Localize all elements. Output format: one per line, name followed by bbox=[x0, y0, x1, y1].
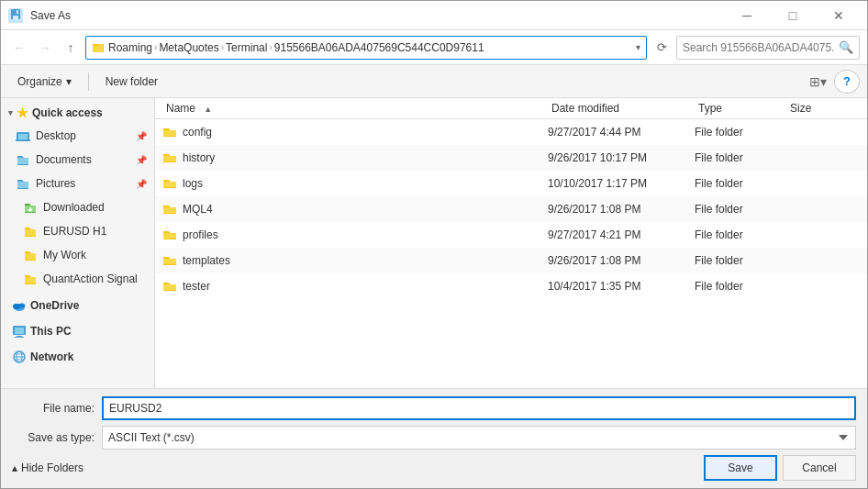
file-name-text: history bbox=[183, 151, 215, 164]
forward-button[interactable]: → bbox=[34, 37, 56, 59]
breadcrumb: Roaming › MetaQuotes › Terminal › 915566… bbox=[108, 41, 632, 54]
sidebar-network-label: Network bbox=[30, 350, 73, 363]
sort-arrow-icon: ▲ bbox=[204, 105, 212, 114]
breadcrumb-item-terminal[interactable]: Terminal bbox=[226, 41, 267, 54]
sidebar-mywork-label: My Work bbox=[43, 249, 86, 261]
close-button[interactable]: ✕ bbox=[818, 2, 860, 29]
file-date: 9/26/2017 1:08 PM bbox=[548, 254, 695, 267]
sidebar-header-quick-access[interactable]: ▾ ★ Quick access bbox=[1, 102, 154, 124]
help-icon: ? bbox=[843, 74, 851, 88]
pics-pin-icon: 📌 bbox=[136, 179, 147, 189]
up-button[interactable]: ↑ bbox=[60, 37, 82, 59]
col-name-label: Name bbox=[162, 100, 199, 117]
folder-address-icon bbox=[92, 41, 105, 54]
file-type: File folder bbox=[695, 228, 786, 241]
file-type: File folder bbox=[695, 280, 786, 293]
col-name-header[interactable]: Name ▲ bbox=[162, 102, 548, 115]
sidebar-quantaction-label: QuantAction Signal bbox=[43, 272, 138, 285]
help-button[interactable]: ? bbox=[834, 70, 860, 94]
file-date: 10/4/2017 1:35 PM bbox=[548, 280, 695, 293]
content-area: ▾ ★ Quick access Desktop 📌 bbox=[1, 98, 867, 388]
file-name-text: config bbox=[183, 126, 212, 139]
refresh-button[interactable]: ⟳ bbox=[651, 37, 673, 59]
folder-icon bbox=[162, 176, 177, 191]
file-date: 9/27/2017 4:21 PM bbox=[548, 228, 695, 241]
table-row[interactable]: MQL4 9/26/2017 1:08 PM File folder bbox=[155, 196, 867, 222]
file-name-cell: history bbox=[162, 150, 548, 165]
sidebar-item-pictures[interactable]: Pictures 📌 bbox=[1, 172, 154, 195]
sidebar-thispc[interactable]: This PC bbox=[1, 320, 154, 342]
table-row[interactable]: profiles 9/27/2017 4:21 PM File folder bbox=[155, 222, 867, 248]
eurusd-folder-icon bbox=[23, 224, 38, 239]
svg-rect-3 bbox=[17, 10, 18, 14]
col-date-header[interactable]: Date modified bbox=[548, 102, 695, 115]
sidebar-item-desktop[interactable]: Desktop 📌 bbox=[1, 124, 154, 148]
sidebar-thispc-label: This PC bbox=[30, 325, 72, 338]
docs-pin-icon: 📌 bbox=[136, 155, 147, 165]
svg-rect-8 bbox=[16, 139, 30, 141]
file-name-cell: logs bbox=[162, 176, 548, 191]
view-button[interactable]: ⊞ ▾ bbox=[805, 70, 830, 94]
file-name-cell: MQL4 bbox=[162, 202, 548, 217]
minimize-button[interactable]: ─ bbox=[726, 2, 768, 29]
table-row[interactable]: logs 10/10/2017 1:17 PM File folder bbox=[155, 171, 867, 196]
hide-folders-chevron: ▴ bbox=[12, 461, 17, 474]
svg-point-11 bbox=[19, 304, 26, 308]
organize-button[interactable]: Organize ▾ bbox=[8, 70, 81, 94]
sidebar-item-documents[interactable]: Documents 📌 bbox=[1, 148, 154, 172]
window-title: Save As bbox=[30, 9, 71, 22]
quick-access-chevron: ▾ bbox=[8, 108, 13, 117]
table-row[interactable]: history 9/26/2017 10:17 PM File folder bbox=[155, 145, 867, 171]
col-size-header[interactable]: Size bbox=[786, 102, 860, 115]
file-name-text: MQL4 bbox=[183, 203, 213, 216]
sidebar-item-quantaction[interactable]: QuantAction Signal bbox=[1, 267, 154, 291]
cancel-button[interactable]: Cancel bbox=[783, 455, 856, 481]
folder-icon bbox=[162, 228, 177, 242]
sidebar-downloaded-label: Downloaded bbox=[43, 201, 105, 214]
file-name-cell: config bbox=[162, 125, 548, 139]
sidebar-network[interactable]: Network bbox=[1, 346, 154, 368]
file-name-cell: profiles bbox=[162, 228, 548, 242]
desktop-folder-icon bbox=[16, 128, 30, 143]
maximize-button[interactable]: □ bbox=[772, 2, 814, 29]
save-as-dialog: Save As ─ □ ✕ ← → ↑ Roaming › MetaQuotes… bbox=[0, 0, 868, 489]
table-row[interactable]: tester 10/4/2017 1:35 PM File folder bbox=[155, 273, 867, 299]
svg-rect-2 bbox=[13, 16, 18, 19]
sidebar-onedrive[interactable]: OneDrive bbox=[1, 295, 154, 317]
filename-input[interactable] bbox=[102, 396, 856, 420]
hide-folders-button[interactable]: ▴ Hide Folders bbox=[12, 461, 83, 474]
table-row[interactable]: config 9/27/2017 4:44 PM File folder bbox=[155, 119, 867, 145]
toolbar: Organize ▾ New folder ⊞ ▾ ? bbox=[1, 65, 867, 98]
title-bar-left: Save As bbox=[8, 8, 71, 23]
breadcrumb-item-id[interactable]: 915566BA06ADA407569C544CC0D97611 bbox=[274, 41, 484, 54]
folder-icon bbox=[162, 279, 177, 294]
address-bar[interactable]: Roaming › MetaQuotes › Terminal › 915566… bbox=[85, 36, 647, 60]
sidebar-item-eurusd[interactable]: EURUSD H1 bbox=[1, 219, 154, 243]
file-name-text: tester bbox=[183, 280, 210, 293]
file-date: 9/26/2017 10:17 PM bbox=[548, 151, 695, 164]
col-type-header[interactable]: Type bbox=[695, 102, 786, 115]
title-controls: ─ □ ✕ bbox=[726, 2, 860, 29]
sidebar-quick-access-label: Quick access bbox=[32, 106, 103, 119]
filetype-label: Save as type: bbox=[12, 431, 95, 444]
filetype-select[interactable]: ASCII Text (*.csv) bbox=[102, 426, 856, 450]
address-dropdown-icon[interactable]: ▾ bbox=[636, 42, 640, 52]
filename-row: File name: bbox=[12, 396, 856, 420]
breadcrumb-item-metaquotes[interactable]: MetaQuotes bbox=[159, 41, 218, 54]
bottom-buttons: ▴ Hide Folders Save Cancel bbox=[12, 455, 856, 481]
file-date: 10/10/2017 1:17 PM bbox=[548, 177, 695, 190]
svg-rect-7 bbox=[18, 134, 28, 140]
sidebar-item-downloaded[interactable]: Downloaded bbox=[1, 195, 154, 219]
table-row[interactable]: templates 9/26/2017 1:08 PM File folder bbox=[155, 248, 867, 273]
pictures-folder-icon bbox=[16, 176, 30, 191]
back-button[interactable]: ← bbox=[8, 37, 30, 59]
sidebar-documents-label: Documents bbox=[36, 153, 92, 166]
search-input[interactable] bbox=[683, 41, 835, 54]
sidebar-section-onedrive: OneDrive bbox=[1, 295, 154, 317]
new-folder-button[interactable]: New folder bbox=[96, 70, 167, 94]
sidebar-item-mywork[interactable]: My Work bbox=[1, 243, 154, 267]
filename-label: File name: bbox=[12, 402, 95, 415]
network-icon bbox=[12, 350, 27, 364]
save-button[interactable]: Save bbox=[704, 455, 777, 481]
breadcrumb-item-roaming[interactable]: Roaming bbox=[108, 41, 152, 54]
